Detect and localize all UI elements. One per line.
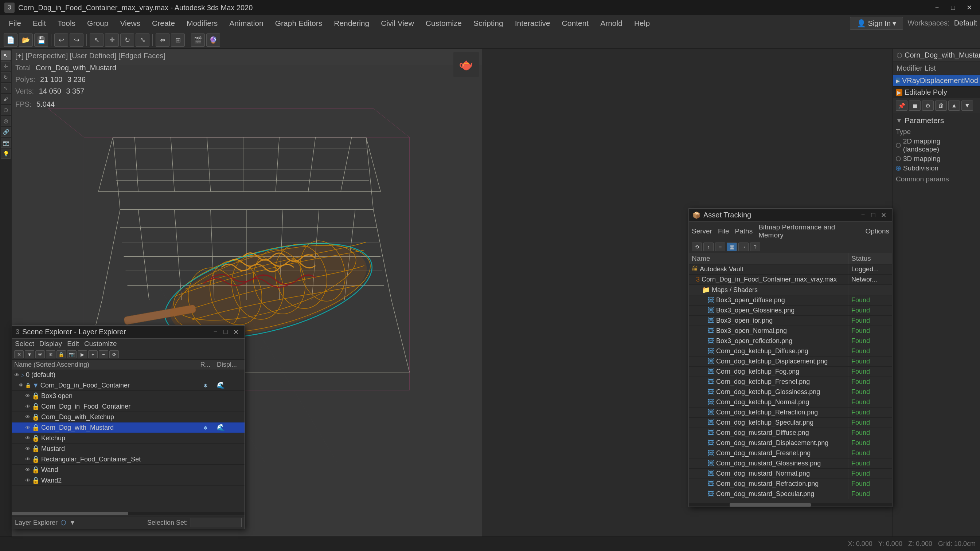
lt-light-btn[interactable]: 💡 bbox=[1, 149, 11, 159]
menu-interactive[interactable]: Interactive bbox=[509, 17, 556, 30]
modifier-vray[interactable]: ▶ VRayDisplacementMod bbox=[893, 75, 980, 87]
at-row-7[interactable]: 🖼 Corn_dog_ketchup_Fog.png Found bbox=[689, 367, 892, 377]
menu-file[interactable]: File bbox=[3, 17, 27, 30]
menu-animation[interactable]: Animation bbox=[223, 17, 269, 30]
at-row-0[interactable]: 🖼 Box3_open_diffuse.png Found bbox=[689, 295, 892, 306]
at-row-15[interactable]: 🖼 Corn_dog_mustard_Fresnel.png Found bbox=[689, 448, 892, 459]
at-row-maxfile[interactable]: 3 Corn_Dog_in_Food_Container_max_vray.ma… bbox=[689, 275, 892, 285]
se-close-btn[interactable]: ✕ bbox=[231, 328, 241, 336]
toolbar-render[interactable]: 🎬 bbox=[191, 33, 205, 47]
at-row-8[interactable]: 🖼 Corn_dog_ketchup_Fresnel.png Found bbox=[689, 377, 892, 387]
at-row-4[interactable]: 🖼 Box3_open_reflection.png Found bbox=[689, 336, 892, 346]
at-close-btn[interactable]: ✕ bbox=[878, 211, 889, 219]
at-row-3[interactable]: 🖼 Box3_open_Normal.png Found bbox=[689, 326, 892, 336]
se-render-btn[interactable]: 📷 bbox=[67, 350, 76, 358]
se-object-list[interactable]: 👁 ▷ 0 (default) 👁 🔒 ▼ Corn_Dog_in_Food_C… bbox=[12, 370, 245, 511]
menu-views[interactable]: Views bbox=[114, 17, 146, 30]
mod-pin-btn[interactable]: 📌 bbox=[896, 100, 907, 111]
se-menu-edit[interactable]: Edit bbox=[67, 340, 79, 348]
menu-civil-view[interactable]: Civil View bbox=[375, 17, 420, 30]
toolbar-scale[interactable]: ⤡ bbox=[135, 33, 150, 47]
toolbar-move[interactable]: ✛ bbox=[105, 33, 119, 47]
at-row-18[interactable]: 🖼 Corn_dog_mustard_Refraction.png Found bbox=[689, 479, 892, 489]
at-minimize-btn[interactable]: − bbox=[858, 211, 868, 219]
minimize-button[interactable]: − bbox=[931, 3, 943, 13]
se-layer-btn[interactable]: ▼ bbox=[69, 519, 76, 527]
se-delete-btn[interactable]: ✕ bbox=[14, 350, 24, 358]
menu-help[interactable]: Help bbox=[628, 17, 655, 30]
se-filter-btn[interactable]: ▼ bbox=[25, 350, 34, 358]
at-maximize-btn[interactable]: □ bbox=[868, 211, 878, 219]
at-menu-options[interactable]: Options bbox=[865, 227, 889, 235]
lt-link-btn[interactable]: 🔗 bbox=[1, 127, 11, 137]
at-row-1[interactable]: 🖼 Box3_open_Glossines.png Found bbox=[689, 306, 892, 316]
at-row-11[interactable]: 🖼 Corn_dog_ketchup_Refraction.png Found bbox=[689, 408, 892, 418]
radio-subdiv[interactable]: Subdivision bbox=[896, 164, 977, 172]
se-row-box3-open[interactable]: 👁 🔒 Box3 open bbox=[12, 391, 245, 401]
toolbar-save[interactable]: 💾 bbox=[34, 33, 48, 47]
se-row-mustard-obj[interactable]: 👁 🔒 Corn_Dog_with_Mustard ❄ 🌊 bbox=[12, 422, 245, 433]
menu-graph-editors[interactable]: Graph Editors bbox=[269, 17, 328, 30]
se-row-wand2[interactable]: 👁 🔒 Wand2 bbox=[12, 475, 245, 486]
toolbar-material[interactable]: 🔮 bbox=[206, 33, 220, 47]
toolbar-undo[interactable]: ↩ bbox=[54, 33, 68, 47]
toolbar-new[interactable]: 📄 bbox=[4, 33, 18, 47]
se-scrollbar-thumb[interactable] bbox=[12, 512, 128, 515]
se-menu-display[interactable]: Display bbox=[39, 340, 62, 348]
menu-group[interactable]: Group bbox=[81, 17, 114, 30]
at-row-16[interactable]: 🖼 Corn_dog_mustard_Glossiness.png Found bbox=[689, 459, 892, 469]
toolbar-align[interactable]: ⊞ bbox=[171, 33, 185, 47]
mod-highlight-btn[interactable]: ◼ bbox=[909, 100, 921, 111]
menu-create[interactable]: Create bbox=[146, 17, 181, 30]
toolbar-redo[interactable]: ↪ bbox=[70, 33, 83, 47]
menu-customize[interactable]: Customize bbox=[420, 17, 468, 30]
se-sync-btn[interactable]: ⟳ bbox=[109, 350, 119, 358]
lt-camera-btn[interactable]: 📷 bbox=[1, 138, 11, 148]
menu-tools[interactable]: Tools bbox=[52, 17, 81, 30]
at-row-maps-folder[interactable]: 📁 Maps / Shaders bbox=[689, 285, 892, 295]
close-button[interactable]: ✕ bbox=[963, 3, 976, 13]
mod-config-btn[interactable]: ⚙ bbox=[922, 100, 934, 111]
at-row-2[interactable]: 🖼 Box3_open_ior.png Found bbox=[689, 316, 892, 326]
at-menu-file[interactable]: File bbox=[718, 227, 729, 235]
lt-rotate-btn[interactable]: ↻ bbox=[1, 72, 11, 82]
se-row-main-group[interactable]: 👁 🔒 ▼ Corn_Dog_in_Food_Container ❄ 🌊 bbox=[12, 380, 245, 391]
at-up-btn[interactable]: ↑ bbox=[703, 243, 714, 251]
menu-content[interactable]: Content bbox=[556, 17, 595, 30]
se-row-rect-food[interactable]: 👁 🔒 Rectangular_Food_Container_Set bbox=[12, 454, 245, 465]
toolbar-mirror[interactable]: ⇔ bbox=[156, 33, 169, 47]
at-list-btn[interactable]: ≡ bbox=[715, 243, 725, 251]
se-vis-btn[interactable]: 👁 bbox=[35, 350, 45, 358]
at-row-19[interactable]: 🖼 Corn_dog_mustard_Specular.png Found bbox=[689, 489, 892, 499]
at-row-vault[interactable]: 🏛 Autodesk Vault Logged... bbox=[689, 264, 892, 275]
menu-edit[interactable]: Edit bbox=[27, 17, 52, 30]
toolbar-open[interactable]: 📂 bbox=[19, 33, 33, 47]
se-row-wand[interactable]: 👁 🔒 Wand bbox=[12, 465, 245, 475]
se-motion-btn[interactable]: ▶ bbox=[78, 350, 87, 358]
menu-modifiers[interactable]: Modifiers bbox=[181, 17, 223, 30]
menu-arnold[interactable]: Arnold bbox=[594, 17, 628, 30]
at-file-list[interactable]: 🏛 Autodesk Vault Logged... 3 Corn_Dog_in… bbox=[689, 264, 892, 503]
lt-isolate-btn[interactable]: ◎ bbox=[1, 116, 11, 126]
se-horizontal-scrollbar[interactable] bbox=[12, 512, 245, 515]
lt-move-btn[interactable]: ✛ bbox=[1, 61, 11, 71]
se-freeze-btn[interactable]: ❄ bbox=[46, 350, 56, 358]
modifier-editable-poly[interactable]: ▶ Editable Poly bbox=[893, 87, 980, 98]
se-selection-set-input[interactable] bbox=[191, 518, 242, 527]
at-arrow-btn[interactable]: → bbox=[738, 243, 749, 251]
at-row-9[interactable]: 🖼 Corn_dog_ketchup_Glossiness.png Found bbox=[689, 387, 892, 397]
se-minimize-btn[interactable]: − bbox=[210, 328, 221, 336]
sign-in-button[interactable]: 👤 Sign In ▾ bbox=[850, 17, 903, 30]
at-row-17[interactable]: 🖼 Corn_dog_mustard_Normal.png Found bbox=[689, 469, 892, 479]
mod-delete-btn[interactable]: 🗑 bbox=[935, 100, 947, 111]
at-row-12[interactable]: 🖼 Corn_dog_ketchup_Specular.png Found bbox=[689, 418, 892, 428]
se-row-ketchup-obj[interactable]: 👁 🔒 Corn_Dog_with_Ketchup bbox=[12, 412, 245, 422]
se-row-cdifc-obj[interactable]: 👁 🔒 Corn_Dog_in_Food_Container bbox=[12, 401, 245, 412]
mod-move-up-btn[interactable]: ▲ bbox=[948, 100, 960, 111]
se-collapse-btn[interactable]: − bbox=[99, 350, 108, 358]
at-menu-paths[interactable]: Paths bbox=[735, 227, 753, 235]
mod-move-down-btn[interactable]: ▼ bbox=[961, 100, 973, 111]
se-menu-customize[interactable]: Customize bbox=[84, 340, 117, 348]
at-row-10[interactable]: 🖼 Corn_dog_ketchup_Normal.png Found bbox=[689, 397, 892, 408]
at-scrollbar[interactable] bbox=[689, 503, 892, 507]
